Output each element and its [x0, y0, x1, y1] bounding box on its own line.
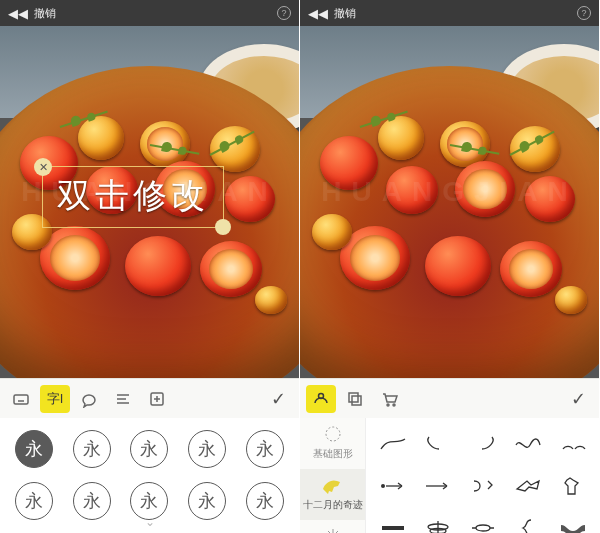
- toolbar-left: 字I ✓: [0, 378, 299, 418]
- shape-shirt[interactable]: [558, 475, 588, 497]
- image-canvas[interactable]: HUANGJIAN: [300, 26, 599, 378]
- speech-button[interactable]: [74, 385, 104, 413]
- font-gallery[interactable]: 永永永永永永永永永永 ⌄: [0, 418, 299, 533]
- shape-arrow-line[interactable]: [423, 475, 453, 497]
- shape-bar[interactable]: [378, 517, 408, 533]
- layers-button[interactable]: [340, 385, 370, 413]
- font-option[interactable]: 永: [15, 430, 53, 468]
- topbar: ◀◀ 撤销 ?: [0, 0, 299, 26]
- svg-rect-13: [352, 396, 361, 405]
- shape-wave[interactable]: [513, 433, 543, 455]
- svg-point-21: [381, 484, 385, 488]
- close-icon[interactable]: ✕: [34, 158, 52, 176]
- shape-arrow-dot[interactable]: [378, 475, 408, 497]
- shape-arrow-open[interactable]: [513, 475, 543, 497]
- confirm-button[interactable]: ✓: [563, 385, 593, 413]
- svg-point-15: [393, 404, 395, 406]
- overlay-text[interactable]: 双击修改: [57, 173, 209, 219]
- svg-rect-12: [349, 393, 358, 402]
- align-button[interactable]: [108, 385, 138, 413]
- help-icon[interactable]: ?: [577, 6, 591, 20]
- svg-point-14: [387, 404, 389, 406]
- help-icon[interactable]: ?: [277, 6, 291, 20]
- font-option[interactable]: 永: [73, 482, 111, 520]
- sparkle-icon: [320, 526, 346, 533]
- svg-rect-0: [14, 395, 28, 404]
- back-icon[interactable]: ◀◀: [308, 6, 328, 21]
- category-december[interactable]: 十二月的奇迹: [300, 469, 365, 520]
- deer-icon: [320, 475, 346, 495]
- cart-icon: [380, 390, 398, 408]
- shape-dragonfly[interactable]: [423, 517, 453, 533]
- shape-grid: [366, 418, 599, 533]
- font-option[interactable]: 永: [130, 430, 168, 468]
- svg-point-11: [319, 393, 324, 398]
- topbar: ◀◀ 撤销 ?: [300, 0, 599, 26]
- shape-swoosh[interactable]: [378, 433, 408, 455]
- shape-brace[interactable]: [513, 517, 543, 533]
- keyboard-button[interactable]: [6, 385, 36, 413]
- font-option[interactable]: 永: [73, 430, 111, 468]
- text-overlay[interactable]: ✕ 双击修改: [42, 166, 224, 228]
- font-option[interactable]: 永: [15, 482, 53, 520]
- category-basic[interactable]: 基础图形: [300, 418, 365, 469]
- image-canvas[interactable]: HUANGJIAN ✕ 双击修改: [0, 26, 299, 378]
- category-deco[interactable]: 装饰包: [300, 520, 365, 533]
- watermark: HUANGJIAN: [300, 176, 599, 208]
- circle-dash-icon: [320, 424, 346, 444]
- cart-button[interactable]: [374, 385, 404, 413]
- left-pane: ◀◀ 撤销 ? HUANGJIAN ✕ 双: [0, 0, 300, 533]
- shape-gallery[interactable]: 基础图形 十二月的奇迹 装饰包: [300, 418, 599, 533]
- shape-ribbon[interactable]: [558, 517, 588, 533]
- back-icon[interactable]: ◀◀: [8, 6, 28, 21]
- svg-rect-24: [382, 526, 404, 530]
- layers-icon: [346, 390, 364, 408]
- shape-knot[interactable]: [468, 517, 498, 533]
- shape-arc-set[interactable]: [558, 433, 588, 455]
- shape-hook[interactable]: [468, 475, 498, 497]
- add-button[interactable]: [142, 385, 172, 413]
- undo-label[interactable]: 撤销: [334, 6, 356, 21]
- font-option[interactable]: 永: [246, 430, 284, 468]
- align-icon: [114, 390, 132, 408]
- resize-handle-icon[interactable]: [215, 219, 231, 235]
- shapes-icon: [312, 390, 330, 408]
- right-pane: ◀◀ 撤销 ? HUANGJIAN: [300, 0, 600, 533]
- speech-icon: [80, 390, 98, 408]
- font-option[interactable]: 永: [246, 482, 284, 520]
- shape-curve-l[interactable]: [423, 433, 453, 455]
- toolbar-right: ✓: [300, 378, 599, 418]
- text-mode-button[interactable]: 字I: [40, 385, 70, 413]
- chevron-down-icon[interactable]: ⌄: [145, 515, 155, 529]
- shape-curve-r[interactable]: [468, 433, 498, 455]
- confirm-button[interactable]: ✓: [263, 385, 293, 413]
- undo-label[interactable]: 撤销: [34, 6, 56, 21]
- category-sidebar: 基础图形 十二月的奇迹 装饰包: [300, 418, 366, 533]
- svg-point-16: [326, 427, 340, 441]
- keyboard-icon: [12, 390, 30, 408]
- shapes-button[interactable]: [306, 385, 336, 413]
- font-option[interactable]: 永: [188, 430, 226, 468]
- font-option[interactable]: 永: [188, 482, 226, 520]
- plus-square-icon: [148, 390, 166, 408]
